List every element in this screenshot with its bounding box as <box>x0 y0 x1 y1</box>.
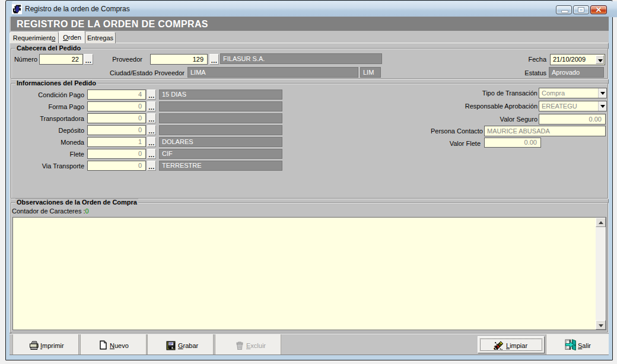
svg-text:a: a <box>494 343 498 351</box>
